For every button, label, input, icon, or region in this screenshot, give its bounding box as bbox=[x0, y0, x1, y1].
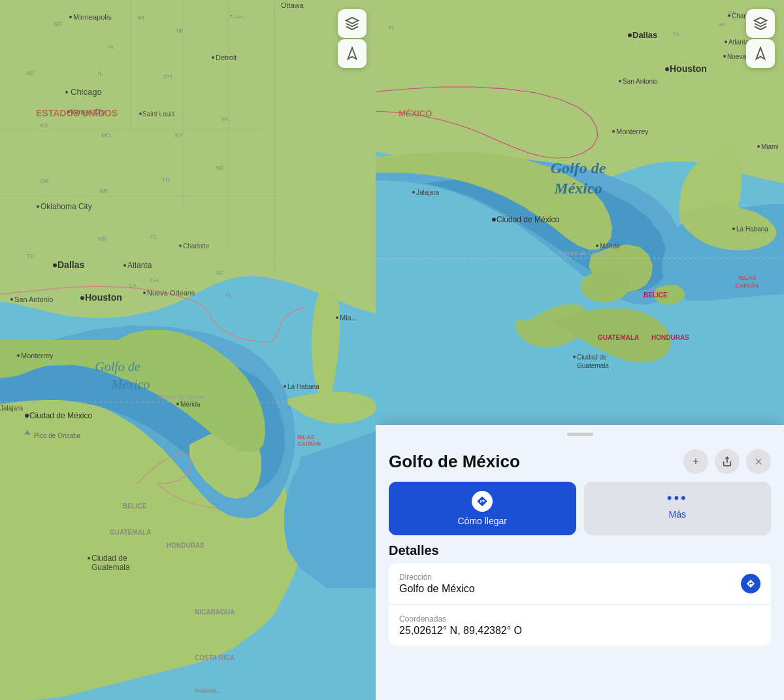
coordinates-value: 25,02612° N, 89,42382° O bbox=[399, 625, 522, 637]
svg-point-38 bbox=[37, 205, 39, 208]
right-panel: OK TN AR TX MS FL Charlotte Atlanta Dall… bbox=[376, 0, 784, 700]
svg-text:Monterrey: Monterrey bbox=[21, 352, 54, 359]
svg-point-85 bbox=[212, 56, 214, 59]
svg-text:LA: LA bbox=[129, 282, 137, 289]
svg-text:Dallas: Dallas bbox=[57, 259, 84, 270]
svg-text:IA: IA bbox=[108, 44, 114, 50]
svg-text:VA: VA bbox=[221, 116, 228, 122]
right-map-area[interactable]: OK TN AR TX MS FL Charlotte Atlanta Dall… bbox=[376, 0, 784, 425]
info-sheet: Golfo de México + × bbox=[376, 425, 784, 700]
svg-text:BELICE: BELICE bbox=[644, 292, 668, 299]
more-label: Más bbox=[669, 509, 686, 520]
svg-text:HONDURAS: HONDURAS bbox=[651, 334, 689, 341]
svg-text:FL: FL bbox=[225, 292, 233, 299]
svg-text:TX: TX bbox=[26, 253, 34, 259]
coordinates-info: Coordenadas 25,02612° N, 89,42382° O bbox=[399, 614, 522, 637]
svg-point-11 bbox=[65, 91, 68, 93]
svg-text:Houston: Houston bbox=[670, 63, 707, 74]
svg-text:SC: SC bbox=[216, 269, 224, 276]
svg-text:IL: IL bbox=[98, 70, 103, 76]
close-button[interactable]: × bbox=[746, 449, 771, 474]
svg-text:OH: OH bbox=[163, 73, 172, 80]
svg-text:ESTADOS UNIDOS: ESTADOS UNIDOS bbox=[36, 108, 118, 118]
svg-point-102 bbox=[628, 33, 632, 37]
svg-text:AL: AL bbox=[150, 233, 157, 240]
svg-text:MO: MO bbox=[101, 132, 111, 139]
svg-text:La Habana: La Habana bbox=[287, 383, 319, 390]
svg-text:Mia...: Mia... bbox=[340, 314, 357, 322]
svg-point-120 bbox=[757, 145, 760, 148]
svg-text:Charlotte: Charlotte bbox=[183, 242, 210, 250]
svg-text:NE: NE bbox=[26, 70, 35, 76]
right-layers-button[interactable] bbox=[746, 9, 775, 38]
svg-text:Trópico de Cáncer: Trópico de Cáncer bbox=[559, 250, 607, 256]
svg-text:AR: AR bbox=[719, 22, 726, 27]
sheet-handle bbox=[567, 433, 593, 436]
svg-point-100 bbox=[725, 41, 727, 43]
svg-text:Guatemala: Guatemala bbox=[577, 362, 609, 369]
svg-text:COSTA RICA: COSTA RICA bbox=[195, 654, 235, 661]
svg-text:San Antonio: San Antonio bbox=[14, 295, 53, 303]
svg-text:TX: TX bbox=[673, 31, 680, 37]
svg-point-114 bbox=[412, 191, 415, 193]
details-heading: Detalles bbox=[389, 543, 771, 558]
svg-text:PANAM...: PANAM... bbox=[195, 688, 221, 694]
svg-text:SD: SD bbox=[54, 21, 62, 27]
sheet-header: Golfo de México + × bbox=[389, 449, 771, 474]
svg-text:MS: MS bbox=[98, 235, 107, 242]
location-button[interactable] bbox=[338, 39, 367, 68]
action-buttons-row: Cómo llegar ••• Más bbox=[389, 482, 771, 535]
layers-button[interactable] bbox=[338, 9, 367, 38]
place-title: Golfo de México bbox=[389, 452, 683, 472]
svg-text:OK: OK bbox=[41, 178, 49, 184]
svg-text:Pico de Orizaba: Pico de Orizaba bbox=[34, 432, 81, 439]
svg-text:Saint Louis: Saint Louis bbox=[142, 110, 174, 118]
svg-text:GUATEMALA: GUATEMALA bbox=[598, 334, 639, 341]
svg-text:Trópico de Cáncer: Trópico de Cáncer bbox=[157, 393, 205, 400]
svg-point-116 bbox=[596, 244, 598, 247]
svg-text:Mérida: Mérida bbox=[600, 242, 620, 250]
svg-point-42 bbox=[123, 264, 126, 267]
add-button[interactable]: + bbox=[683, 449, 708, 474]
svg-text:Houston: Houston bbox=[85, 292, 122, 303]
svg-marker-88 bbox=[346, 18, 358, 24]
directions-icon bbox=[472, 491, 493, 512]
svg-point-87 bbox=[69, 16, 72, 18]
svg-marker-134 bbox=[755, 18, 766, 24]
svg-point-48 bbox=[10, 298, 13, 301]
svg-text:KY: KY bbox=[175, 132, 183, 139]
svg-text:Chicago: Chicago bbox=[71, 87, 102, 97]
more-button[interactable]: ••• Más bbox=[584, 482, 772, 535]
svg-text:Monterrey: Monterrey bbox=[616, 127, 649, 135]
coordinates-label: Coordenadas bbox=[399, 614, 522, 624]
svg-text:CAIMÁN: CAIMÁN bbox=[297, 441, 321, 447]
svg-point-112 bbox=[492, 218, 496, 222]
svg-text:AR: AR bbox=[99, 188, 108, 194]
svg-text:MI: MI bbox=[176, 27, 183, 34]
svg-text:Ciudad de México: Ciudad de México bbox=[29, 411, 92, 420]
svg-text:HONDURAS: HONDURAS bbox=[167, 542, 204, 549]
svg-point-110 bbox=[612, 130, 615, 133]
svg-text:KS: KS bbox=[41, 122, 48, 129]
left-map-panel[interactable]: Chicago SD WI IA MI NE IL OH KS MO KY VA… bbox=[0, 0, 376, 700]
svg-point-50 bbox=[143, 292, 146, 294]
address-label: Dirección bbox=[399, 573, 475, 582]
right-location-button[interactable] bbox=[746, 39, 775, 68]
svg-text:Oklahoma City: Oklahoma City bbox=[41, 202, 92, 211]
svg-text:San Antonio: San Antonio bbox=[623, 78, 658, 85]
svg-text:Golfo de: Golfo de bbox=[551, 159, 606, 176]
svg-point-56 bbox=[17, 354, 20, 357]
svg-point-128 bbox=[573, 356, 576, 358]
svg-point-106 bbox=[723, 55, 726, 58]
svg-point-73 bbox=[88, 557, 90, 559]
directions-button[interactable]: Cómo llegar bbox=[389, 482, 576, 535]
svg-text:Miami: Miami bbox=[761, 143, 779, 150]
directions-label: Cómo llegar bbox=[458, 516, 507, 526]
svg-point-64 bbox=[284, 385, 286, 388]
share-button[interactable] bbox=[715, 449, 740, 474]
left-map-controls bbox=[338, 9, 367, 68]
address-card: Dirección Golfo de México bbox=[389, 563, 771, 604]
svg-point-108 bbox=[619, 80, 621, 82]
address-nav-icon[interactable] bbox=[741, 574, 760, 593]
header-action-buttons: + × bbox=[683, 449, 771, 474]
